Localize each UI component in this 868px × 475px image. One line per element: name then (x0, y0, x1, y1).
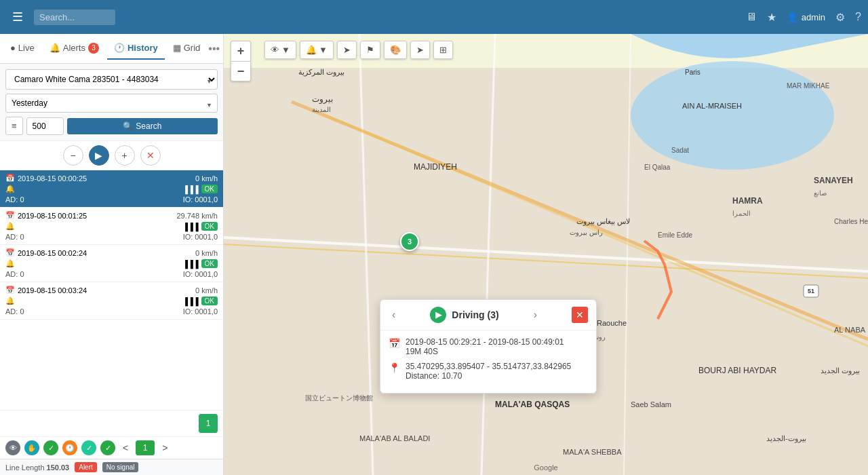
popup-title-text: Driving (3) (452, 309, 498, 320)
tab-bar: ● Live 🔔 Alerts 3 🕐 History ▦ Grid ••• (0, 34, 223, 64)
playback-next-button[interactable]: + (115, 145, 135, 166)
palette-tool-button[interactable]: 🎨 (384, 41, 407, 59)
layers-tool-button[interactable]: ⊞ (433, 41, 453, 59)
svg-text:Saeb Salam: Saeb Salam (631, 400, 671, 408)
event-row1-2: 📅 2019-08-15 00:01:25 29.748 km/h (0, 208, 223, 221)
svg-text:بيروت الجديد: بيروت الجديد (821, 366, 860, 375)
popup-datetime-row: 📅 2019-08-15 00:29:21 - 2019-08-15 00:49… (389, 337, 588, 356)
layers-tool-icon: ⊞ (439, 45, 447, 55)
popup-close-button[interactable]: ✕ (572, 307, 588, 323)
zoom-in-button[interactable]: + (231, 41, 251, 61)
flag-tool-button[interactable]: ⚑ (360, 41, 380, 59)
playback-play-button[interactable]: ▶ (89, 145, 109, 166)
svg-text:SANAYEH: SANAYEH (814, 176, 853, 185)
svg-text:Charles Helou: Charles Helou (834, 218, 868, 225)
calendar-icon-2: 📅 (5, 211, 15, 220)
history-clock-icon: 🕐 (114, 43, 125, 53)
popup-header: ‹ ▶ Driving (3) › ✕ (380, 300, 596, 330)
clock-filter-icon[interactable]: 🕐 (62, 440, 77, 455)
svg-text:MALA'A SHEBBA: MALA'A SHEBBA (563, 448, 622, 456)
tab-alerts[interactable]: 🔔 Alerts 3 (43, 37, 106, 60)
event-bell-2: 🔔 (5, 222, 15, 231)
search-button[interactable]: 🔍 Search (67, 118, 218, 134)
help-icon[interactable]: ? (855, 11, 861, 23)
user-menu[interactable]: 👤 admin (787, 12, 825, 22)
signal-bars-icon-1: ▐▐▐ (182, 185, 198, 193)
navbar-search-input[interactable] (34, 10, 115, 25)
ok-badge-4: OK (201, 297, 218, 305)
popup-calendar-icon: 📅 (389, 338, 400, 349)
event-bell-4: 🔔 (5, 297, 15, 305)
playback-prev-button[interactable]: − (63, 145, 83, 166)
popup-prev-button[interactable]: ‹ (389, 307, 399, 322)
page-number-input[interactable] (136, 440, 155, 455)
svg-text:BOURJ ABI HAYDAR: BOURJ ABI HAYDAR (698, 366, 776, 375)
tab-more[interactable]: ••• (208, 43, 220, 55)
search-row: ≡ 🔍 Search (5, 117, 218, 135)
event-ad-3: AD: 0 (5, 270, 24, 278)
page-next-arrow[interactable]: > (159, 441, 171, 455)
tab-history[interactable]: 🕐 History (107, 37, 165, 60)
hamburger-button[interactable]: ☰ (7, 7, 28, 27)
tab-live[interactable]: ● Live (3, 37, 41, 60)
driving-icon: ▶ (430, 307, 446, 323)
pagination-row: 1 (0, 410, 223, 436)
list-view-button[interactable]: ≡ (5, 117, 23, 135)
popup-next-button[interactable]: › (530, 307, 540, 322)
arrow-tool-button[interactable]: ➤ (337, 41, 357, 59)
event-item-2[interactable]: 📅 2019-08-15 00:01:25 29.748 km/h 🔔 ▐▐▐ … (0, 208, 223, 245)
google-attribution: Google (534, 463, 557, 472)
date-selector[interactable]: Yesterday (5, 94, 218, 113)
event-row3-4: AD: 0 IO: 0001,0 (0, 307, 223, 319)
checkmark-icon-3[interactable]: ✓ (100, 440, 115, 455)
tab-grid[interactable]: ▦ Grid (166, 37, 208, 60)
event-signal-4: ▐▐▐ OK (182, 297, 218, 305)
popup-coordinates: 35.470295,33.895407 - 35.514737,33.84296… (406, 362, 571, 381)
event-item-1[interactable]: 📅 2019-08-15 00:00:25 0 km/h 🔔 ▐▐▐ OK (0, 170, 223, 208)
page-1-button[interactable]: 1 (199, 414, 218, 433)
checkmark-icon-1[interactable]: ✓ (43, 440, 58, 455)
checkmark-icon-2[interactable]: ✓ (81, 440, 96, 455)
ok-badge-3: OK (201, 259, 218, 268)
monitor-icon[interactable]: 🖥 (746, 11, 757, 23)
event-item-3[interactable]: 📅 2019-08-15 00:02:24 0 km/h 🔔 ▐▐▐ OK (0, 245, 223, 282)
live-dot-icon: ● (10, 43, 16, 53)
star-icon[interactable]: ★ (767, 11, 776, 24)
signal-bars-icon-3: ▐▐▐ (182, 260, 198, 268)
select-icon[interactable]: ✋ (24, 440, 39, 455)
signal-bars-icon-2: ▐▐▐ (182, 223, 198, 231)
event-item-4[interactable]: 📅 2019-08-15 00:03:24 0 km/h 🔔 ▐▐▐ OK (0, 282, 223, 320)
svg-text:MALA'AB AL BALADI: MALA'AB AL BALADI (359, 434, 430, 442)
line-length-value: 150.03 (47, 463, 70, 472)
settings-icon[interactable]: ⚙ (835, 11, 845, 24)
svg-text:MAJIDIYEH: MAJIDIYEH (414, 162, 457, 172)
vehicle-selector-wrapper: Camaro White Cama 283501 - 4483034 (5, 69, 218, 94)
visibility-icon[interactable]: 👁 (5, 440, 20, 455)
flag-tool-icon: ⚑ (366, 45, 374, 55)
date-selector-wrapper: Yesterday (5, 94, 218, 117)
map-area[interactable]: AIN AL-MRAISEH El Qalaa HAMRA الحمرا SAN… (224, 34, 868, 475)
svg-text:راس بيروت: راس بيروت (570, 229, 603, 237)
event-ad-1: AD: 0 (5, 195, 24, 204)
nav-tool-button[interactable]: ➤ (410, 41, 430, 59)
vehicle-selector[interactable]: Camaro White Cama 283501 - 4483034 (5, 69, 218, 90)
popup-datetime: 2019-08-15 00:29:21 - 2019-08-15 00:49:0… (406, 337, 564, 356)
eye-tool-button[interactable]: 👁 ▼ (264, 41, 296, 59)
event-date-2: 📅 2019-08-15 00:01:25 (5, 211, 87, 220)
event-row2-4: 🔔 ▐▐▐ OK (0, 296, 223, 307)
info-popup: ‹ ▶ Driving (3) › ✕ 📅 2019-08-15 00:29:2… (380, 299, 597, 394)
bell-tool-button[interactable]: 🔔 ▼ (300, 41, 334, 59)
alert-badge: Alert (75, 462, 97, 472)
playback-close-button[interactable]: ✕ (140, 145, 161, 166)
events-list: 📅 2019-08-15 00:00:25 0 km/h 🔔 ▐▐▐ OK (0, 170, 223, 410)
alerts-badge: 3 (88, 43, 99, 54)
page-prev-arrow[interactable]: < (119, 441, 132, 455)
limit-input[interactable] (26, 117, 64, 135)
map-pin[interactable]: 3 (400, 232, 419, 251)
ok-badge-1: OK (201, 185, 218, 193)
event-signal-1: ▐▐▐ OK (182, 185, 218, 193)
zoom-out-button[interactable]: − (231, 61, 251, 81)
navbar-left: ☰ (7, 7, 115, 27)
svg-text:MALA'AB QASQAS: MALA'AB QASQAS (495, 400, 570, 409)
event-io-4: IO: 0001,0 (183, 307, 218, 316)
